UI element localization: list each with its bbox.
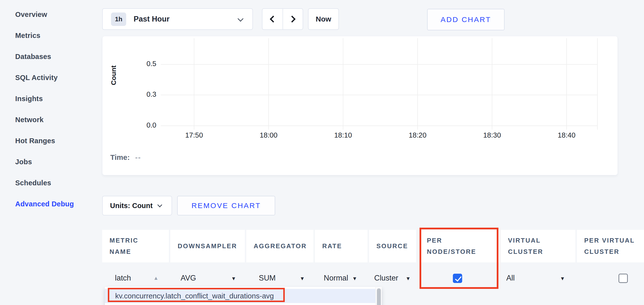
metric-name-input[interactable]: latch — [115, 273, 131, 283]
sidebar: Overview Metrics Databases SQL Activity … — [15, 4, 96, 214]
v-gridline — [417, 38, 418, 130]
h-gridline — [161, 95, 598, 95]
v-gridline — [492, 38, 492, 130]
time-value: -- — [135, 153, 141, 161]
prev-time-button[interactable] — [262, 9, 282, 29]
units-select-label: Units: Count — [110, 202, 153, 210]
sidebar-item-label: Advanced Debug — [15, 200, 74, 208]
column-header-downsampler: DOWNSAMPLER — [170, 230, 245, 262]
column-header-rate: RATE — [315, 230, 368, 262]
caret-down-icon[interactable]: ▼ — [406, 276, 411, 282]
scrollbar-thumb[interactable] — [377, 288, 381, 305]
metric-suggestion-item[interactable]: kv.concurrency.latch_conflict_wait_durat… — [105, 289, 376, 303]
per-virtual-cluster-checkbox[interactable] — [618, 274, 628, 283]
metric-suggestion-text: kv.concurrency.latch_conflict_wait_durat… — [115, 292, 274, 300]
column-header-source: SOURCE — [369, 230, 416, 262]
remove-chart-button[interactable]: REMOVE CHART — [177, 196, 275, 215]
sidebar-item-schedules[interactable]: Schedules — [15, 172, 96, 193]
chart-hover-footer: Time:-- — [110, 153, 141, 162]
caret-up-icon[interactable]: ▲ — [154, 275, 158, 281]
time-range-picker[interactable]: 1h Past Hour — [102, 8, 253, 30]
sidebar-item-label: Hot Ranges — [15, 137, 55, 145]
add-chart-button[interactable]: ADD CHART — [427, 9, 504, 30]
caret-down-icon[interactable]: ▼ — [352, 276, 357, 282]
sidebar-item-sql-activity[interactable]: SQL Activity — [15, 67, 96, 88]
units-select[interactable]: Units: Count — [102, 196, 172, 215]
sidebar-item-overview[interactable]: Overview — [15, 4, 96, 25]
column-header-label: PER VIRTUAL CLUSTER — [584, 235, 640, 257]
column-header-per-virtual-cluster: PER VIRTUAL CLUSTER — [577, 230, 644, 262]
h-gridline — [161, 64, 598, 65]
metric-suggestion-dropdown: kv.concurrency.latch_conflict_wait_durat… — [105, 287, 382, 305]
caret-down-icon[interactable]: ▼ — [231, 276, 236, 282]
h-gridline — [161, 126, 598, 126]
now-button[interactable]: Now — [308, 8, 339, 30]
source-select[interactable]: Cluster — [374, 273, 398, 283]
x-tick-label: 18:10 — [334, 131, 352, 139]
caret-down-icon[interactable]: ▼ — [300, 276, 305, 282]
aggregator-select[interactable]: SUM — [259, 273, 276, 283]
sidebar-item-label: Schedules — [15, 179, 51, 187]
chevron-left-icon — [270, 16, 277, 22]
sidebar-item-metrics[interactable]: Metrics — [15, 25, 96, 46]
chevron-down-icon — [238, 16, 243, 21]
downsampler-select[interactable]: AVG — [180, 273, 196, 283]
remove-chart-label: REMOVE CHART — [192, 201, 261, 210]
sidebar-item-jobs[interactable]: Jobs — [15, 151, 96, 172]
chart-panel: Count 0.5 0.3 0.0 17:50 18:00 18:10 18:2… — [102, 36, 618, 175]
x-tick-label: 18:20 — [409, 131, 427, 139]
column-header-per-node-store: PER NODE/STORE — [420, 230, 499, 262]
sidebar-item-insights[interactable]: Insights — [15, 88, 96, 109]
column-header-label: PER NODE/STORE — [427, 235, 486, 257]
caret-down-icon[interactable]: ▼ — [560, 276, 565, 282]
sidebar-item-hot-ranges[interactable]: Hot Ranges — [15, 130, 96, 151]
column-header-aggregator: AGGREGATOR — [246, 230, 314, 262]
time-range-label: Past Hour — [134, 15, 169, 23]
dropdown-scrollbar[interactable] — [376, 287, 382, 305]
sidebar-item-label: Metrics — [15, 31, 40, 40]
sidebar-item-label: Databases — [15, 53, 51, 61]
v-gridline — [268, 38, 269, 130]
per-node-store-checkbox[interactable] — [453, 274, 462, 283]
column-header-label: AGGREGATOR — [254, 241, 307, 252]
v-gridline — [343, 38, 343, 130]
column-header-label: DOWNSAMPLER — [178, 241, 237, 252]
now-button-label: Now — [316, 15, 331, 23]
column-header-metric-name: METRIC NAME — [102, 230, 169, 262]
sidebar-item-network[interactable]: Network — [15, 109, 96, 130]
column-header-label: VIRTUAL CLUSTER — [508, 235, 557, 257]
sidebar-item-label: SQL Activity — [15, 74, 58, 82]
column-header-virtual-cluster: VIRTUAL CLUSTER — [501, 230, 576, 262]
v-gridline — [597, 38, 598, 130]
sidebar-item-label: Insights — [15, 95, 43, 103]
time-label: Time: — [110, 153, 130, 161]
x-tick-label: 18:00 — [260, 131, 278, 139]
column-header-label: RATE — [322, 241, 342, 252]
v-gridline — [194, 38, 194, 130]
x-tick-label: 17:50 — [185, 131, 203, 139]
chevron-down-icon — [157, 202, 162, 207]
time-range-badge: 1h — [111, 12, 126, 26]
sidebar-item-label: Jobs — [15, 158, 32, 166]
y-tick-label: 0.3 — [134, 90, 156, 98]
chevron-right-icon — [289, 16, 296, 22]
add-chart-label: ADD CHART — [440, 15, 491, 24]
sidebar-item-label: Overview — [15, 10, 47, 18]
v-gridline — [566, 38, 567, 130]
y-tick-label: 0.5 — [134, 60, 156, 68]
column-header-label: METRIC NAME — [110, 235, 149, 257]
sidebar-item-databases[interactable]: Databases — [15, 46, 96, 67]
virtual-cluster-select[interactable]: All — [506, 273, 514, 283]
time-nav-group — [262, 8, 303, 30]
y-tick-label: 0.0 — [134, 121, 156, 129]
x-tick-label: 18:30 — [483, 131, 501, 139]
sidebar-item-label: Network — [15, 116, 44, 124]
y-axis-label: Count — [110, 75, 118, 85]
column-header-label: SOURCE — [376, 241, 408, 252]
rate-select[interactable]: Normal — [324, 273, 348, 283]
next-time-button[interactable] — [282, 9, 303, 29]
sidebar-item-advanced-debug[interactable]: Advanced Debug — [15, 193, 96, 214]
x-tick-label: 18:40 — [558, 131, 576, 139]
